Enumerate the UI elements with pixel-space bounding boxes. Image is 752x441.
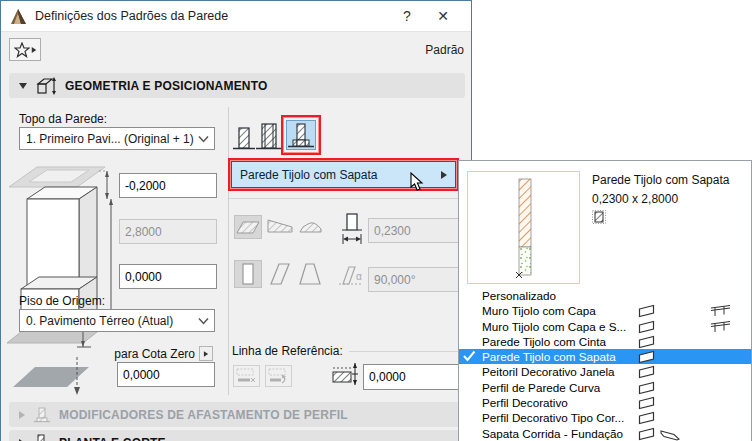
list-item[interactable]: Muro Tijolo com Capa e S...: [459, 319, 751, 334]
sea-level-flyout-button[interactable]: [199, 346, 213, 361]
reference-line-icon: [236, 367, 258, 385]
list-item-label: Personalizado: [482, 288, 556, 303]
title-bar[interactable]: Definições dos Padrões da Parede ? ✕: [1, 1, 471, 32]
top-offset-input[interactable]: [119, 173, 217, 198]
wall-slant-vertical-button: [234, 260, 262, 288]
list-item-label: Perfil Decorativo Tipo Cor...: [482, 410, 624, 425]
list-item[interactable]: Perfil Decorativo: [459, 395, 751, 410]
list-item-label: Muro Tijolo com Capa: [482, 303, 596, 318]
profile-thumb-icon: [638, 427, 655, 441]
list-item[interactable]: Sapata Corrida - Fundação: [459, 426, 751, 441]
slanted-wall-icon: [268, 262, 292, 286]
list-item-label: Perfil de Parede Curva: [482, 380, 600, 395]
reference-line-flip-button: [265, 365, 292, 387]
sea-level-diagram: [11, 353, 111, 399]
flyout-arrow-icon: [204, 351, 208, 357]
column-divider: [228, 107, 229, 395]
profile-list: Personalizado Muro Tijolo com Capa: [459, 288, 751, 441]
vertical-wall-icon: [236, 262, 260, 286]
footing-thumb-icon: [660, 428, 681, 441]
home-storey-combobox[interactable]: 0. Pavimento Térreo (Atual): [19, 309, 215, 332]
profile-button-highlight: [281, 115, 321, 155]
mouse-cursor-icon: [410, 172, 426, 192]
list-item[interactable]: Personalizado: [459, 288, 751, 303]
chevron-down-icon: [198, 135, 209, 143]
profile-flyout-panel: Parede Tijolo com Sapata 0,2300 x 2,8000…: [458, 160, 752, 441]
list-item-label: Parede Tijolo com Sapata: [482, 349, 616, 364]
wall-top-combobox[interactable]: 1. Primeiro Pavi... (Original + 1): [19, 127, 215, 150]
geometry-method-complex-button: [298, 217, 324, 238]
wall-type-basic-button[interactable]: [232, 123, 256, 151]
reference-offset-icon: [331, 363, 359, 390]
thickness-input: [368, 218, 460, 243]
list-item-label: Muro Tijolo com Capa e S...: [482, 319, 626, 334]
check-icon: [463, 350, 476, 365]
wall-settings-dialog: Definições dos Padrões da Parede ? ✕ Pad…: [0, 0, 472, 441]
thickness-icon: [341, 211, 363, 245]
basic-wall-icon: [232, 123, 256, 151]
geometry-method-straight-button: [234, 215, 262, 239]
section-geometry-header[interactable]: GEOMETRIA E POSICIONAMENTO: [9, 73, 465, 98]
list-item[interactable]: Parede Tijolo com Cinta: [459, 334, 751, 349]
section-geometry-label: GEOMETRIA E POSICIONAMENTO: [65, 79, 268, 93]
list-item[interactable]: Perfil Decorativo Tipo Cor...: [459, 410, 751, 425]
profile-hatch-icon: [592, 209, 608, 225]
screenshot-root: Definições dos Padrões da Parede ? ✕ Pad…: [0, 0, 752, 441]
wall-slant-double-button: [298, 262, 322, 289]
list-item-label: Perfil Decorativo: [482, 395, 568, 410]
preview-size: 0,2300 x 2,8000: [592, 192, 678, 206]
close-button[interactable]: ✕: [429, 4, 457, 28]
wall-top-value: 1. Primeiro Pavi... (Original + 1): [26, 132, 194, 146]
geometry-section-icon: [35, 76, 57, 96]
divider: [229, 198, 459, 199]
slant-angle-input: [368, 267, 460, 292]
geometry-method-slanted-button: [267, 217, 293, 238]
chevron-down-icon: [198, 317, 209, 325]
wall-top-label: Topo da Parede:: [19, 112, 107, 126]
composite-wall-icon: [256, 120, 282, 151]
reference-line-location-button: [233, 365, 260, 387]
list-item-label: Sapata Corrida - Fundação: [482, 426, 623, 441]
section-plan-and-section-header[interactable]: PLANTA E CORTE: [9, 430, 465, 441]
list-item-label: Parede Tijolo com Cinta: [482, 334, 606, 349]
list-item[interactable]: Peitoril Decorativo Janela: [459, 364, 751, 379]
star-icon: [14, 42, 30, 58]
flyout-arrow-icon: [31, 47, 36, 53]
favorites-button[interactable]: [9, 38, 41, 61]
list-item[interactable]: Perfil de Parede Curva: [459, 380, 751, 395]
profile-modifiers-icon: [33, 406, 51, 424]
sea-level-input[interactable]: [117, 362, 215, 387]
slant-angle-icon: α: [337, 263, 367, 289]
base-offset-input[interactable]: [119, 264, 217, 289]
slanted-extrusion-icon: [267, 217, 293, 235]
section-profile-modifiers-label: MODIFICADORES DE AFASTAMENTO DE PERFIL: [59, 408, 348, 422]
flip-arrow-icon: [268, 367, 290, 385]
reference-offset-input[interactable]: [363, 364, 459, 390]
chevron-down-icon: [19, 83, 27, 89]
divider: [349, 351, 459, 352]
home-storey-label: Piso de Origem:: [19, 294, 105, 308]
default-label: Padrão: [341, 43, 464, 57]
list-item[interactable]: Muro Tijolo com Capa: [459, 303, 751, 318]
profile-preview-drawing: [474, 175, 574, 280]
section-profile-modifiers-header[interactable]: MODIFICADORES DE AFASTAMENTO DE PERFIL: [9, 402, 465, 427]
window-title: Definições dos Padrões da Parede: [35, 9, 228, 23]
profile-preview-box: [467, 171, 580, 284]
home-storey-value: 0. Pavimento Térreo (Atual): [26, 314, 173, 328]
wall-slant-single-button: [268, 262, 292, 289]
wall-type-composite-button[interactable]: [256, 120, 282, 151]
double-slanted-wall-icon: [298, 262, 322, 286]
straight-extrusion-icon: [235, 218, 261, 236]
svg-text:α: α: [356, 271, 362, 282]
section-plan-and-section-label: PLANTA E CORTE: [59, 436, 166, 441]
help-button[interactable]: ?: [393, 4, 421, 28]
plan-and-section-icon: [33, 434, 51, 441]
chevron-right-icon: [19, 411, 25, 419]
list-item-label: Peitoril Decorativo Janela: [482, 364, 615, 379]
wall-height-input: [119, 219, 217, 244]
list-item[interactable]: Parede Tijolo com Sapata: [459, 349, 751, 364]
reference-line-label: Linha de Referência:: [232, 344, 343, 358]
complex-extrusion-icon: [298, 217, 324, 235]
archicad-logo-icon: [10, 8, 27, 25]
preview-title: Parede Tijolo com Sapata: [592, 173, 729, 187]
